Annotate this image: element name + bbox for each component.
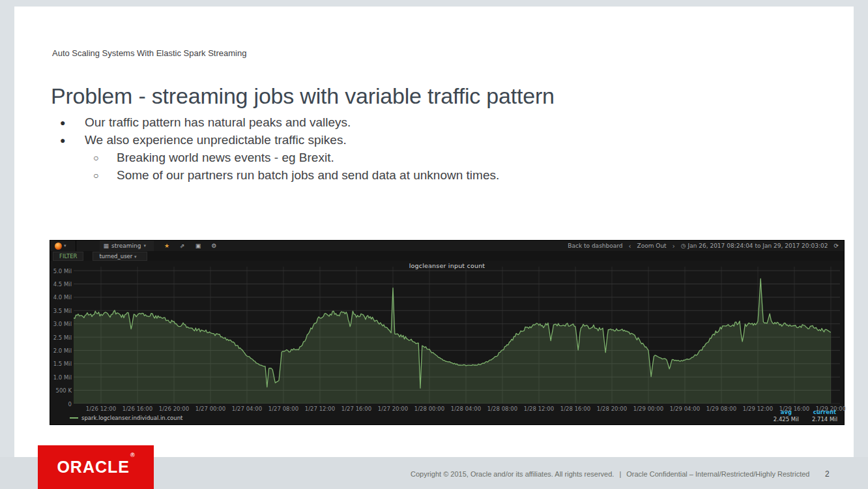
x-tick-label: 1/29 12:00 xyxy=(740,406,776,412)
footer-text: Copyright © 2015, Oracle and/or its affi… xyxy=(411,470,810,478)
x-tick-label: 1/29 08:00 xyxy=(703,406,740,412)
chart-plot-area[interactable] xyxy=(74,267,840,404)
legend-series-name: spark.logcleanser.individual.in.count xyxy=(81,415,182,421)
grafana-screenshot: ▾ ▦ streaming ▾ ★ ⇗ ▣ ⚙ Back to dashboar… xyxy=(50,240,845,425)
y-axis-labels: 0500 K1.0 Mil1.5 Mil2.0 Mil2.5 Mil3.0 Mi… xyxy=(50,261,72,426)
stat-current-label: current xyxy=(812,409,837,415)
y-tick-label: 1.0 Mil xyxy=(50,374,72,381)
grafana-logo[interactable] xyxy=(55,243,62,250)
chart-legend[interactable]: spark.logcleanser.individual.in.count xyxy=(70,415,182,421)
back-to-dashboard-link[interactable]: Back to dashboard xyxy=(568,243,622,249)
stat-current: current 2.714 Mil xyxy=(812,409,837,422)
x-tick-label: 1/27 04:00 xyxy=(229,406,265,412)
grafana-navbar: ▾ ▦ streaming ▾ ★ ⇗ ▣ ⚙ Back to dashboar… xyxy=(50,241,844,252)
chevron-down-icon: ▾ xyxy=(144,243,147,248)
zoom-out-button[interactable]: Zoom Out xyxy=(637,243,667,249)
y-tick-label: 5.0 Mil xyxy=(50,268,72,274)
x-tick-label: 1/28 20:00 xyxy=(594,406,630,412)
grafana-variable-row: FILTER turned_user ▾ xyxy=(50,251,844,261)
x-tick-label: 1/28 08:00 xyxy=(484,406,521,412)
chevron-down-icon: ▾ xyxy=(134,254,137,259)
x-tick-label: 1/27 16:00 xyxy=(338,406,375,412)
stat-avg-value: 2.425 Mil xyxy=(774,416,799,422)
x-tick-label: 1/27 00:00 xyxy=(192,406,229,412)
bullet-icon: ● xyxy=(60,135,65,145)
x-tick-label: 1/28 04:00 xyxy=(448,406,484,412)
y-tick-label: 500 K xyxy=(50,387,72,394)
slide-canvas: Auto Scaling Systems With Elastic Spark … xyxy=(0,0,868,489)
x-axis-labels: 1/26 12:001/26 16:001/26 20:001/27 00:00… xyxy=(74,406,840,412)
time-back-icon[interactable]: ‹ xyxy=(629,243,631,250)
x-tick-label: 1/26 16:00 xyxy=(119,406,156,412)
sub-bullet-item: ○ Breaking world news events - eg Brexit… xyxy=(14,151,796,168)
slide: Auto Scaling Systems With Elastic Spark … xyxy=(14,7,854,457)
slide-deck-header: Auto Scaling Systems With Elastic Spark … xyxy=(52,48,246,58)
x-tick-label: 1/28 16:00 xyxy=(557,406,594,412)
stat-avg-label: avg xyxy=(774,409,799,415)
variable-dropdown[interactable]: turned_user ▾ xyxy=(93,252,147,261)
y-tick-label: 0 xyxy=(50,401,72,408)
bullet-text: We also experience unpredictable traffic… xyxy=(85,133,347,147)
y-tick-label: 3.5 Mil xyxy=(50,308,72,314)
divider xyxy=(76,241,76,251)
bullet-item: ● Our traffic pattern has natural peaks … xyxy=(14,115,796,132)
bullet-text: Breaking world news events - eg Brexit. xyxy=(117,151,334,165)
registered-mark: ® xyxy=(130,452,136,458)
time-range-picker[interactable]: ◷ Jan 26, 2017 08:24:04 to Jan 29, 2017 … xyxy=(681,243,828,249)
stat-avg: avg 2.425 Mil xyxy=(774,409,799,422)
save-icon[interactable]: ▣ xyxy=(195,243,201,249)
sub-bullet-item: ○ Some of our partners run batch jobs an… xyxy=(14,168,796,185)
bullet-icon: ● xyxy=(60,117,65,128)
navbar-right-group: Back to dashboard ‹ Zoom Out › ◷ Jan 26,… xyxy=(568,243,844,250)
y-tick-label: 4.5 Mil xyxy=(50,281,72,288)
bullet-text: Our traffic pattern has natural peaks an… xyxy=(85,115,351,130)
legend-stats: avg 2.425 Mil current 2.714 Mil xyxy=(774,409,837,422)
footer-separator: | xyxy=(619,470,621,478)
variable-value: turned_user xyxy=(99,253,132,259)
star-icon[interactable]: ★ xyxy=(164,243,169,249)
footer-copyright: Copyright © 2015, Oracle and/or its affi… xyxy=(411,470,614,478)
footer-confidential: Oracle Confidential – Internal/Restricte… xyxy=(626,470,809,478)
share-icon[interactable]: ⇗ xyxy=(180,243,185,249)
dashboard-name: streaming xyxy=(111,243,141,249)
oracle-wordmark: ORACLE® xyxy=(57,458,134,477)
x-tick-label: 1/29 04:00 xyxy=(667,406,703,412)
page-title: Problem - streaming jobs with variable t… xyxy=(51,83,555,109)
bullet-text: Some of our partners run batch jobs and … xyxy=(117,168,499,183)
sub-bullet-icon: ○ xyxy=(93,153,98,163)
x-tick-label: 1/27 08:00 xyxy=(265,406,302,412)
dashboard-selector[interactable]: ▦ streaming ▾ xyxy=(100,241,154,251)
legend-swatch xyxy=(70,417,78,419)
time-forward-icon[interactable]: › xyxy=(673,243,675,250)
sub-bullet-icon: ○ xyxy=(93,170,98,181)
y-tick-label: 3.0 Mil xyxy=(50,321,72,327)
x-tick-label: 1/27 12:00 xyxy=(302,406,338,412)
x-tick-label: 1/27 20:00 xyxy=(375,406,411,412)
refresh-icon[interactable]: ⟳ xyxy=(833,243,839,249)
clock-icon: ◷ xyxy=(681,243,686,249)
x-tick-label: 1/28 12:00 xyxy=(521,406,557,412)
x-tick-label: 1/26 12:00 xyxy=(83,406,119,412)
y-tick-label: 4.0 Mil xyxy=(50,294,72,301)
filter-chip[interactable]: FILTER xyxy=(53,252,83,261)
x-tick-label: 1/28 00:00 xyxy=(411,406,448,412)
grafana-panel: logcleanser input count 0500 K1.0 Mil1.5… xyxy=(50,261,844,424)
gear-icon[interactable]: ⚙ xyxy=(211,243,216,249)
stat-current-value: 2.714 Mil xyxy=(812,416,837,422)
time-range-text: Jan 26, 2017 08:24:04 to Jan 29, 2017 20… xyxy=(688,243,828,249)
dashboard-grid-icon: ▦ xyxy=(104,243,109,249)
y-tick-label: 2.0 Mil xyxy=(50,348,72,354)
oracle-logo: ORACLE® xyxy=(38,445,154,489)
y-tick-label: 2.5 Mil xyxy=(50,334,72,341)
y-tick-label: 1.5 Mil xyxy=(50,361,72,367)
page-number: 2 xyxy=(825,469,830,479)
x-tick-label: 1/29 00:00 xyxy=(630,406,667,412)
x-tick-label: 1/26 20:00 xyxy=(156,406,192,412)
chevron-down-icon[interactable]: ▾ xyxy=(64,243,66,248)
bullet-item: ● We also experience unpredictable traff… xyxy=(14,133,796,150)
